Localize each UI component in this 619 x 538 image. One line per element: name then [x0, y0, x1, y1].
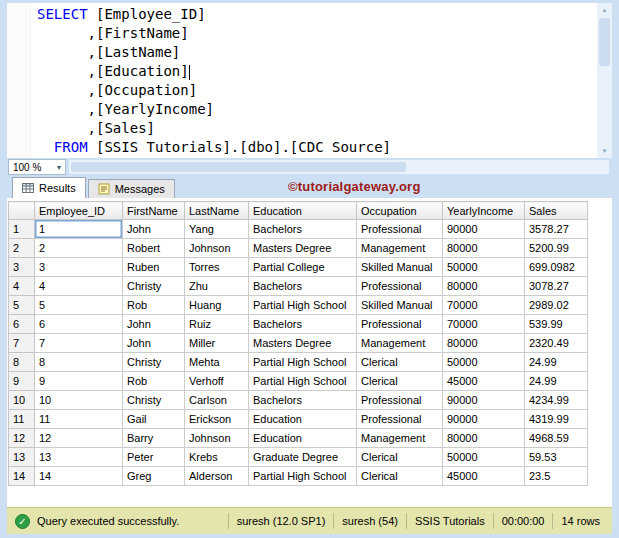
cell[interactable]: 80000	[443, 277, 525, 296]
cell[interactable]: 7	[35, 334, 123, 353]
cell[interactable]: 80000	[443, 429, 525, 448]
cell[interactable]: Professional	[357, 410, 443, 429]
cell[interactable]: Clerical	[357, 372, 443, 391]
cell[interactable]: Clerical	[357, 467, 443, 486]
cell[interactable]: Bachelors	[249, 277, 357, 296]
cell[interactable]: Partial High School	[249, 372, 357, 391]
cell[interactable]: Verhoff	[185, 372, 249, 391]
cell[interactable]: 24.99	[525, 372, 588, 391]
cell[interactable]: 4968.59	[525, 429, 588, 448]
row-number[interactable]: 5	[9, 296, 35, 315]
cell[interactable]: Johnson	[185, 239, 249, 258]
scrollbar-thumb[interactable]	[599, 18, 610, 66]
row-number[interactable]: 14	[9, 467, 35, 486]
cell[interactable]: Christy	[123, 353, 185, 372]
cell[interactable]: Clerical	[357, 448, 443, 467]
cell[interactable]: 59.53	[525, 448, 588, 467]
cell[interactable]: John	[123, 334, 185, 353]
cell[interactable]: 5200.99	[525, 239, 588, 258]
cell[interactable]: 2	[35, 239, 123, 258]
cell[interactable]: Zhu	[185, 277, 249, 296]
cell[interactable]: Partial High School	[249, 296, 357, 315]
cell[interactable]: Skilled Manual	[357, 296, 443, 315]
cell[interactable]: 50000	[443, 258, 525, 277]
cell[interactable]: Skilled Manual	[357, 258, 443, 277]
cell[interactable]: Partial High School	[249, 353, 357, 372]
cell[interactable]: 45000	[443, 372, 525, 391]
cell[interactable]: 80000	[443, 239, 525, 258]
cell[interactable]: 80000	[443, 334, 525, 353]
cell[interactable]: 24.99	[525, 353, 588, 372]
tab-results[interactable]: Results	[12, 177, 86, 198]
cell[interactable]: Christy	[123, 391, 185, 410]
row-number[interactable]: 2	[9, 239, 35, 258]
row-number[interactable]: 7	[9, 334, 35, 353]
cell[interactable]: Krebs	[185, 448, 249, 467]
cell[interactable]: John	[123, 315, 185, 334]
cell[interactable]: 1	[35, 220, 123, 239]
cell[interactable]: 4234.99	[525, 391, 588, 410]
cell[interactable]: Masters Degree	[249, 239, 357, 258]
cell[interactable]: Professional	[357, 220, 443, 239]
select-all-corner[interactable]	[9, 202, 35, 220]
cell[interactable]: Bachelors	[249, 315, 357, 334]
cell[interactable]: 23.5	[525, 467, 588, 486]
cell[interactable]: 90000	[443, 220, 525, 239]
cell[interactable]: Rob	[123, 296, 185, 315]
cell[interactable]: Masters Degree	[249, 334, 357, 353]
cell[interactable]: Graduate Degree	[249, 448, 357, 467]
row-number[interactable]: 13	[9, 448, 35, 467]
cell[interactable]: 45000	[443, 467, 525, 486]
cell[interactable]: 50000	[443, 448, 525, 467]
cell[interactable]: Miller	[185, 334, 249, 353]
cell[interactable]: 11	[35, 410, 123, 429]
cell[interactable]: 699.0982	[525, 258, 588, 277]
cell[interactable]: Ruiz	[185, 315, 249, 334]
column-header-employee_id[interactable]: Employee_ID	[35, 202, 123, 220]
cell[interactable]: 13	[35, 448, 123, 467]
editor-horizontal-scrollbar[interactable]	[69, 160, 609, 174]
cell[interactable]: Ruben	[123, 258, 185, 277]
cell[interactable]: Bachelors	[249, 220, 357, 239]
cell[interactable]: Robert	[123, 239, 185, 258]
tab-messages[interactable]: Messages	[88, 179, 175, 198]
row-number[interactable]: 10	[9, 391, 35, 410]
cell[interactable]: Yang	[185, 220, 249, 239]
column-header-education[interactable]: Education	[249, 202, 357, 220]
row-number[interactable]: 6	[9, 315, 35, 334]
row-number[interactable]: 9	[9, 372, 35, 391]
cell[interactable]: Professional	[357, 315, 443, 334]
column-header-sales[interactable]: Sales	[525, 202, 588, 220]
cell[interactable]: 5	[35, 296, 123, 315]
column-header-lastname[interactable]: LastName	[185, 202, 249, 220]
cell[interactable]: Peter	[123, 448, 185, 467]
cell[interactable]: 6	[35, 315, 123, 334]
cell[interactable]: Greg	[123, 467, 185, 486]
cell[interactable]: 90000	[443, 391, 525, 410]
zoom-select[interactable]: 100 % ▾	[8, 159, 66, 175]
scroll-up-icon[interactable]: ▲	[597, 3, 612, 17]
cell[interactable]: Bachelors	[249, 391, 357, 410]
scrollbar-thumb[interactable]	[71, 162, 406, 172]
cell[interactable]: 14	[35, 467, 123, 486]
sql-editor[interactable]: SELECT [Employee_ID] ,[FirstName] ,[Last…	[7, 3, 612, 158]
cell[interactable]: Johnson	[185, 429, 249, 448]
cell[interactable]: 4319.99	[525, 410, 588, 429]
row-number[interactable]: 4	[9, 277, 35, 296]
scroll-down-icon[interactable]: ▼	[597, 144, 612, 158]
cell[interactable]: Partial College	[249, 258, 357, 277]
cell[interactable]: 90000	[443, 410, 525, 429]
cell[interactable]: Christy	[123, 277, 185, 296]
cell[interactable]: 50000	[443, 353, 525, 372]
cell[interactable]: 8	[35, 353, 123, 372]
cell[interactable]: 2320.49	[525, 334, 588, 353]
cell[interactable]: Erickson	[185, 410, 249, 429]
cell[interactable]: 4	[35, 277, 123, 296]
cell[interactable]: Rob	[123, 372, 185, 391]
cell[interactable]: 3	[35, 258, 123, 277]
row-number[interactable]: 12	[9, 429, 35, 448]
cell[interactable]: Alderson	[185, 467, 249, 486]
row-number[interactable]: 3	[9, 258, 35, 277]
column-header-yearlyincome[interactable]: YearlyIncome	[443, 202, 525, 220]
cell[interactable]: Clerical	[357, 353, 443, 372]
